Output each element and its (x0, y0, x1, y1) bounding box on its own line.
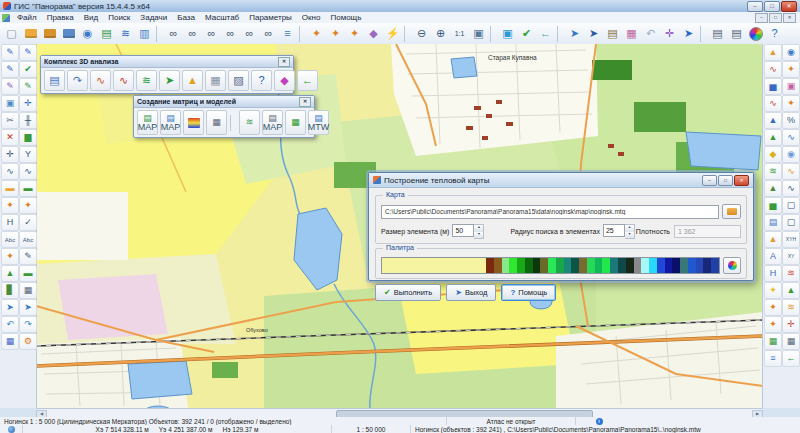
zoom-out-button[interactable]: ⊖ (412, 24, 431, 43)
terrain-button[interactable]: ▲ (764, 180, 782, 197)
view-object2-button[interactable]: ✦ (1, 248, 19, 265)
element-size-input[interactable]: 50 (452, 224, 474, 237)
fast-search-button[interactable]: ⚡ (383, 24, 402, 43)
flash-map-button[interactable]: ✦ (764, 299, 782, 316)
layers-3d-button[interactable]: ≋ (136, 70, 157, 91)
move-all-button[interactable]: ✛ (19, 95, 37, 112)
split-node-button[interactable]: Y (19, 146, 37, 163)
edit-point-button[interactable]: ✎ (19, 44, 37, 61)
settings-button[interactable]: ⚙ (19, 333, 37, 350)
spin-down-icon[interactable]: ▼ (625, 232, 634, 239)
menu-item[interactable]: Правка (42, 13, 79, 22)
print-button[interactable]: ▤ (708, 24, 727, 43)
area-chart-button[interactable]: ▊ (1, 282, 19, 299)
grid-map-button[interactable]: ▦ (764, 333, 782, 350)
browse-button[interactable] (722, 204, 741, 219)
accept-edit-button[interactable]: ✔ (19, 61, 37, 78)
open-data-button[interactable] (40, 24, 59, 43)
flashlight2-button[interactable]: ✦ (782, 95, 800, 112)
hatch-button[interactable]: ≡ (764, 350, 782, 367)
curve2-button[interactable]: ∿ (19, 163, 37, 180)
xy-button[interactable]: XY (782, 248, 800, 265)
edit-curve-button[interactable]: ✎ (1, 61, 19, 78)
view-attributes-button[interactable]: ✦ (326, 24, 345, 43)
matrix-from-map-button[interactable]: ▤MAP (137, 110, 158, 135)
doc-chart-button[interactable]: ▤ (764, 214, 782, 231)
element-size-stepper[interactable]: ▲▼ (474, 224, 484, 239)
rhomb-model-button[interactable]: ◆ (764, 146, 782, 163)
find-marked-button[interactable]: ∞ (240, 24, 259, 43)
mdi-restore-button[interactable]: □ (769, 13, 782, 23)
matrix-calc-button[interactable]: ▦ (206, 110, 227, 135)
menu-item[interactable]: База (172, 13, 200, 22)
calculator-button[interactable]: ▦ (782, 333, 800, 350)
layers-edit-button[interactable]: ▦ (1, 333, 19, 350)
surface-refresh-button[interactable]: ↷ (67, 70, 88, 91)
view-semantic-button[interactable]: ✦ (1, 197, 19, 214)
panel-3d-close-icon[interactable]: ✕ (278, 57, 290, 67)
relief-button[interactable]: ▲ (764, 129, 782, 146)
color-settings-button[interactable] (746, 24, 765, 43)
a-map-button[interactable]: A (764, 248, 782, 265)
smooth-line-button[interactable]: ∿ (1, 163, 19, 180)
undo-button[interactable]: ↶ (1, 316, 19, 333)
cloud-button[interactable]: ∿ (782, 129, 800, 146)
globe-icon[interactable] (8, 426, 15, 433)
mtw-model-button[interactable]: ▤MTW (308, 110, 329, 135)
heatmap-dialog-titlebar[interactable]: Построение тепловой карты – □ ✕ (369, 173, 753, 188)
info-icon[interactable]: i (596, 418, 603, 425)
matrix-model-button[interactable]: ▦ (205, 70, 226, 91)
run-button[interactable]: ✔ Выполнить (375, 284, 441, 301)
scene-objects-button[interactable]: ◆ (274, 70, 295, 91)
matrix-from-data-button[interactable]: ▤MAP (160, 110, 181, 135)
percent-button[interactable]: % (782, 112, 800, 129)
histogram-button[interactable]: ▅ (764, 78, 782, 95)
table-button[interactable]: ▦ (19, 282, 37, 299)
selection-list-button[interactable]: ≡ (278, 24, 297, 43)
surface-view-button[interactable]: ▤ (44, 70, 65, 91)
find-by-name-button[interactable]: ∞ (183, 24, 202, 43)
bars-button[interactable]: ▅ (764, 197, 782, 214)
peak-chart-button[interactable]: ▲ (764, 112, 782, 129)
minimize-button[interactable]: – (747, 1, 763, 12)
menu-item[interactable]: Вид (79, 13, 103, 22)
lens2-button[interactable]: ◉ (782, 146, 800, 163)
section-build-button[interactable]: ∿ (113, 70, 134, 91)
object-to-table-button[interactable]: ➤ (565, 24, 584, 43)
scale-indicator[interactable]: 1 : 50 000 (332, 425, 411, 433)
fill-style-button[interactable]: ▣ (1, 95, 19, 112)
radius-input[interactable]: 25 (603, 224, 625, 237)
map-passport-button[interactable]: ▤ (97, 24, 116, 43)
menu-item[interactable]: Поиск (103, 13, 135, 22)
find-selection-button[interactable]: ∞ (221, 24, 240, 43)
vegetation-button[interactable]: ▲ (1, 265, 19, 282)
green-mount-button[interactable]: ▲ (782, 282, 800, 299)
bracket-button[interactable]: ▢ (782, 197, 800, 214)
pointer-button[interactable]: ➤ (679, 24, 698, 43)
layers-model-button[interactable]: ≋ (239, 110, 260, 135)
model-from-map-button[interactable]: ▤MAP (262, 110, 283, 135)
exit-tool-button[interactable]: ← (782, 350, 800, 367)
view-flash-button[interactable]: ✦ (19, 197, 37, 214)
apply-button[interactable]: ✔ (517, 24, 536, 43)
view-object-button[interactable]: ✦ (307, 24, 326, 43)
move-object-button[interactable]: ➤ (1, 299, 19, 316)
check-button[interactable]: ✓ (19, 214, 37, 231)
orange-layers-button[interactable]: ≋ (782, 299, 800, 316)
menu-item[interactable]: Файл (12, 13, 42, 22)
dots-curve-button[interactable]: ∿ (782, 180, 800, 197)
close-button[interactable]: ✕ (781, 1, 797, 12)
menu-item[interactable]: Помощь (325, 13, 366, 22)
back-button[interactable]: ← (536, 24, 555, 43)
profile-build-button[interactable]: ∿ (90, 70, 111, 91)
context-help-button[interactable]: ? (765, 24, 784, 43)
select-area-button[interactable]: ▣ (498, 24, 517, 43)
menu-item[interactable]: Задачи (135, 13, 172, 22)
redo-button[interactable]: ↷ (19, 316, 37, 333)
zoom-in-button[interactable]: ⊕ (431, 24, 450, 43)
exit-3d-button[interactable]: ← (297, 70, 318, 91)
panel-3d-titlebar[interactable]: Комплекс 3D анализа ✕ (41, 56, 293, 68)
slash-box-button[interactable]: ▢ (782, 214, 800, 231)
menu-item[interactable]: Масштаб (200, 13, 244, 22)
flash-map2-button[interactable]: ✦ (764, 316, 782, 333)
